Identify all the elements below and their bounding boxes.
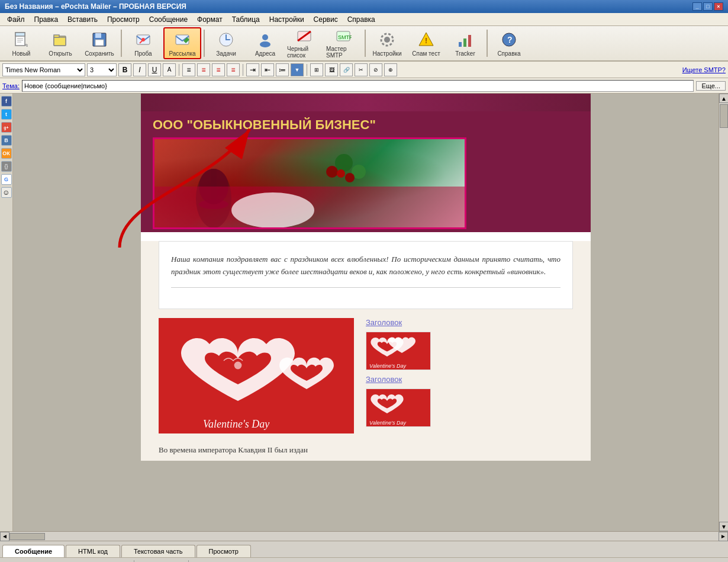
menu-table[interactable]: Таблица <box>227 14 265 25</box>
align-center-button[interactable]: ≡ <box>197 63 210 76</box>
align-left-button[interactable]: ≡ <box>182 63 195 76</box>
smtp-search-link[interactable]: Ищете SMTP? <box>682 66 726 73</box>
menu-file[interactable]: Файл <box>2 14 30 25</box>
align-justify-button[interactable]: ≡ <box>227 63 240 76</box>
open-button[interactable]: Открыть <box>41 27 79 59</box>
tab-message[interactable]: Сообщение <box>2 545 65 557</box>
menu-service[interactable]: Сервис <box>309 14 343 25</box>
spam-test-button[interactable]: ! Спам тест <box>407 27 445 59</box>
toolbar: Новый Открыть Сохранить <box>0 26 728 62</box>
h-scroll-thumb[interactable] <box>9 533 45 540</box>
company-title: ООО "ОБЫКНОВЕННЫЙ БИЗНЕС" <box>153 117 579 133</box>
scrollbar[interactable]: ▲ ▼ <box>719 94 728 531</box>
toolbar-sep-2 <box>204 30 205 57</box>
svg-point-17 <box>260 41 270 47</box>
heart-image: Valentine's Day <box>159 318 354 433</box>
email-bottom-section: Valentine's Day Заголовок <box>141 318 591 445</box>
image-button[interactable]: 🖼 <box>325 63 338 76</box>
tab-html[interactable]: HTML код <box>66 545 120 557</box>
svg-rect-10 <box>95 33 101 38</box>
font-size-select[interactable]: 3 1245 <box>87 63 117 76</box>
svg-point-39 <box>345 173 355 182</box>
svg-point-16 <box>262 34 268 40</box>
svg-text:Valentine's Day: Valentine's Day <box>369 363 406 369</box>
color-picker-button[interactable]: ▼ <box>291 63 304 76</box>
font-family-select[interactable]: Times New Roman Arial <box>2 63 85 76</box>
tasks-icon <box>217 30 236 49</box>
more-button[interactable]: Еще... <box>696 81 726 91</box>
facebook-icon[interactable]: f <box>1 96 12 107</box>
smtp-wizard-icon: SMTP <box>334 28 353 44</box>
heading-link-1[interactable]: Заголовок <box>366 318 431 327</box>
outdent-button[interactable]: ⇤ <box>261 63 274 76</box>
addresses-button[interactable]: Адреса <box>246 27 284 59</box>
subject-input[interactable] <box>22 80 694 92</box>
email-footer-text: Во времена императора Клавдия II был изд… <box>141 445 591 461</box>
extra-btn-2[interactable]: ⊘ <box>369 63 382 76</box>
menu-format[interactable]: Формат <box>192 14 227 25</box>
link-button[interactable]: 🔗 <box>340 63 353 76</box>
vk-icon[interactable]: В <box>1 135 12 146</box>
heading-link-2[interactable]: Заголовок <box>366 375 431 384</box>
help-button[interactable]: ? Справка <box>490 27 528 59</box>
email-banner-image <box>153 137 466 229</box>
underline-button[interactable]: U <box>148 63 161 76</box>
scroll-up-button[interactable]: ▲ <box>719 94 728 103</box>
scroll-thumb[interactable] <box>720 104 728 128</box>
svg-rect-8 <box>54 35 59 37</box>
tasks-button[interactable]: Задачи <box>207 27 245 59</box>
mailing-button[interactable]: Рассылка <box>163 27 201 59</box>
menu-insert[interactable]: Вставить <box>63 14 102 25</box>
extra-btn-1[interactable]: ✂ <box>355 63 368 76</box>
smtp-wizard-button[interactable]: SMTP Мастер SMTP <box>324 27 362 59</box>
h-scroll-track <box>9 532 719 541</box>
maximize-button[interactable]: □ <box>703 2 713 11</box>
code-icon[interactable]: {} <box>1 161 12 172</box>
bullet-button[interactable]: ≔ <box>276 63 289 76</box>
scroll-left-button[interactable]: ◄ <box>0 532 9 541</box>
blacklist-button[interactable]: Черный список <box>285 27 323 59</box>
status-sep-1 <box>134 560 134 563</box>
svg-point-44 <box>234 361 242 369</box>
align-right-button[interactable]: ≡ <box>212 63 225 76</box>
bold-button[interactable]: B <box>118 63 131 76</box>
svg-text:?: ? <box>507 35 513 44</box>
google-icon[interactable]: G <box>1 174 12 185</box>
menu-view[interactable]: Просмотр <box>102 14 144 25</box>
window-controls[interactable]: _ □ × <box>692 2 723 11</box>
save-button[interactable]: Сохранить <box>80 27 118 59</box>
tab-preview[interactable]: Просмотр <box>197 545 251 557</box>
googleplus-icon[interactable]: g+ <box>1 122 12 133</box>
save-icon <box>90 30 109 49</box>
tab-text[interactable]: Текстовая часть <box>121 545 195 557</box>
new-button[interactable]: Новый <box>2 27 40 59</box>
email-header-top <box>141 94 591 111</box>
menu-settings[interactable]: Настройки <box>265 14 309 25</box>
menu-message[interactable]: Сообщение <box>144 14 192 25</box>
twitter-icon[interactable]: t <box>1 109 12 120</box>
emoji-icon[interactable]: ☺ <box>1 187 12 198</box>
svg-point-36 <box>335 154 353 172</box>
addresses-icon <box>256 30 275 49</box>
content-area[interactable]: ООО "ОБЫКНОВЕННЫЙ БИЗНЕС" <box>13 94 719 531</box>
table-insert-button[interactable]: ⊞ <box>310 63 323 76</box>
menu-help[interactable]: Справка <box>343 14 380 25</box>
scroll-down-button[interactable]: ▼ <box>719 522 728 531</box>
extra-btn-3[interactable]: ⊕ <box>384 63 397 76</box>
svg-rect-28 <box>468 35 471 47</box>
subject-label[interactable]: Тема: <box>2 82 20 89</box>
settings-button[interactable]: Настройки <box>368 27 406 59</box>
close-button[interactable]: × <box>714 2 723 11</box>
odnoklassniki-icon[interactable]: ОК <box>1 148 12 159</box>
horizontal-scrollbar: ◄ ► <box>0 531 728 541</box>
minimize-button[interactable]: _ <box>692 2 702 11</box>
email-body-text: Наша компания поздравляет вас с праздник… <box>171 253 561 278</box>
indent-button[interactable]: ⇥ <box>246 63 259 76</box>
test-button[interactable]: Проба <box>124 27 162 59</box>
menu-edit[interactable]: Правка <box>30 14 63 25</box>
scroll-right-button[interactable]: ► <box>719 532 728 541</box>
italic-button[interactable]: I <box>133 63 146 76</box>
svg-point-22 <box>384 37 390 43</box>
font-color-button[interactable]: A <box>163 63 176 76</box>
tracker-button[interactable]: Tracker <box>446 27 484 59</box>
